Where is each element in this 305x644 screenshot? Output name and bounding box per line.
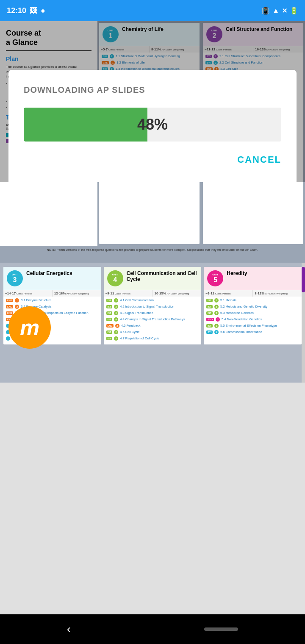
topic-4-1: IST 1 4.1 Cell Communication: [106, 298, 199, 303]
unit5-card: UNIT 5 Heredity ~9-11 Class Periods 8-11…: [204, 267, 302, 344]
unit4-weight: 10-15% AP Exam Weighting: [153, 290, 202, 297]
unit4-meta: ~9-11 Class Periods 10-15% AP Exam Weigh…: [104, 290, 202, 297]
bottom-section: UNIT 3 Cellular Energetics ~14-17 Class …: [0, 263, 305, 383]
unit4-badge: UNIT 4: [107, 270, 123, 286]
time-display: 12:10: [7, 6, 26, 15]
topic-4-3: IST 6 4.3 Signal Transduction: [106, 311, 199, 315]
dialog-box: DOWNLOADING AP SLIDES 48% CANCEL: [8, 70, 297, 182]
status-left: 12:10 🖼 ●: [7, 6, 45, 15]
battery-icon: 🔋: [290, 7, 298, 15]
main-content: Course ata Glance Plan The course at a g…: [0, 21, 305, 383]
signal-icon: ✕: [282, 7, 287, 15]
unit5-title: Heredity: [227, 270, 247, 276]
nav-spacer: [3, 344, 302, 378]
progress-text: 48%: [137, 116, 168, 133]
dialog-title: DOWNLOADING AP SLIDES: [24, 85, 281, 95]
topic-5-3: IST 3 5.3 Mendelian Genetics: [206, 311, 299, 315]
wifi-icon: ▲: [272, 7, 279, 14]
unit4-topics: IST 1 4.1 Cell Communication IST 2 4.2 I…: [104, 297, 202, 344]
unit5-badge: UNIT 5: [207, 270, 223, 286]
moodle-m-letter: m: [20, 315, 39, 340]
unit3-meta: ~14-17 Class Periods 12-16% AP Exam Weig…: [3, 290, 101, 297]
topic-4-2: IST 2 4.2 Introduction to Signal Transdu…: [106, 305, 199, 309]
dot-indicator: ●: [41, 6, 45, 15]
unit3-header: UNIT 3 Cellular Energetics: [3, 267, 101, 290]
note-text: NOTE: Partial versions of the free-respo…: [3, 248, 302, 251]
unit5-header: UNIT 5 Heredity: [204, 267, 302, 290]
topic-4-7: IST 3 4.7 Regulation of Cell Cycle: [106, 336, 199, 341]
progress-bar: [24, 108, 147, 142]
status-right: 📳 ▲ ✕ 🔋: [261, 7, 298, 15]
progress-container: 48%: [24, 108, 281, 142]
unit5-meta: ~9-11 Class Periods 8-11% AP Exam Weight…: [204, 290, 302, 297]
topic-5-1: IST 1 5.1 Meiosis: [206, 298, 299, 303]
topic-4-4: IST 4 4.4 Changes in Signal Transduction…: [106, 317, 199, 322]
unit3-periods: ~14-17 Class Periods: [3, 290, 53, 297]
topic-5-5: IST 1 5.5 Environmental Effects on Pheno…: [206, 324, 299, 328]
unit4-periods: ~9-11 Class Periods: [104, 290, 153, 297]
topic-3-1: ENE 1 3.1 Enzyme Structure: [6, 298, 99, 303]
back-button[interactable]: ‹: [67, 622, 71, 636]
topic-4-5: ENE 2 4.5 Feedback: [106, 324, 199, 328]
moodle-logo: m: [8, 306, 51, 349]
status-bar: 12:10 🖼 ● 📳 ▲ ✕ 🔋: [0, 0, 305, 21]
unit5-weight: 8-11% AP Exam Weighting: [253, 290, 302, 297]
unit3-weight: 12-16% AP Exam Weighting: [53, 290, 101, 297]
scrollbar-thumb[interactable]: [302, 267, 305, 292]
topic-5-6: SYI 4 5.6 Chromosomal Inheritance: [206, 330, 299, 334]
cancel-button[interactable]: CANCEL: [237, 154, 281, 165]
document-top: Course ata Glance Plan The course at a g…: [0, 21, 305, 246]
unit5-periods: ~9-11 Class Periods: [204, 290, 253, 297]
scrollbar-track[interactable]: [302, 263, 305, 383]
unit4-title: Cell Communication and Cell Cycle: [127, 270, 198, 283]
unit3-title: Cellular Energetics: [26, 270, 72, 276]
document-note: NOTE: Partial versions of the free-respo…: [0, 246, 305, 263]
topic-5-4: EVO 3 5.4 Non-Mendelian Genetics: [206, 317, 299, 322]
unit3-badge: UNIT 3: [7, 270, 23, 286]
dialog-actions: CANCEL: [24, 154, 281, 165]
topic-5-2: IST 3 5.2 Meiosis and Genetic Diversity: [206, 305, 299, 309]
dialog-overlay: DOWNLOADING AP SLIDES 48% CANCEL: [0, 21, 305, 182]
topic-4-6: IST 2 4.6 Cell Cycle: [106, 330, 199, 334]
unit4-card: UNIT 4 Cell Communication and Cell Cycle…: [104, 267, 202, 344]
unit5-topics: IST 1 5.1 Meiosis IST 3 5.2 Meiosis and …: [204, 297, 302, 338]
notification-icon: 🖼: [30, 6, 37, 15]
unit4-header: UNIT 4 Cell Communication and Cell Cycle: [104, 267, 202, 290]
home-indicator[interactable]: [204, 627, 238, 631]
vibrate-icon: 📳: [261, 7, 270, 15]
nav-bar: ‹: [0, 614, 305, 644]
